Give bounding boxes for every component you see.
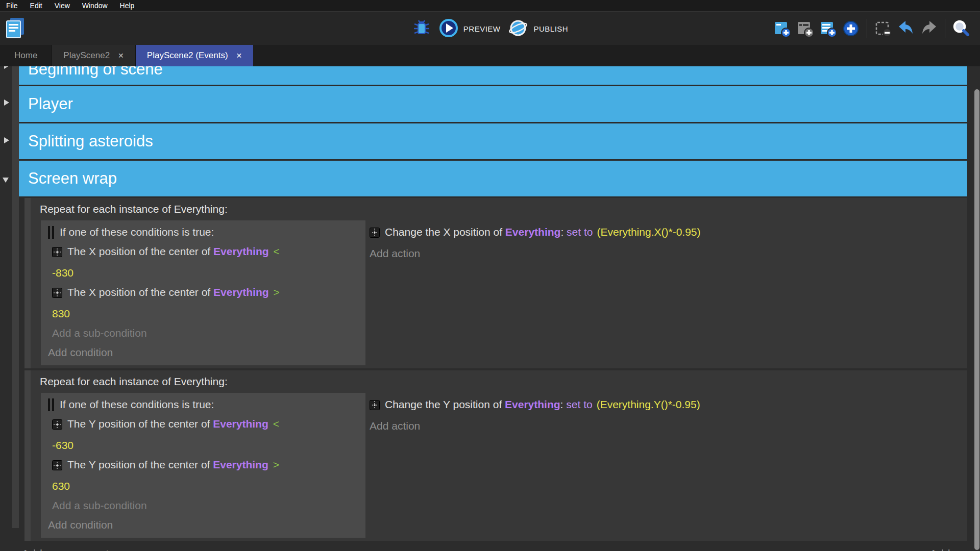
- action-row[interactable]: Change the X position of Everything: set…: [370, 222, 967, 244]
- publish-globe-icon: [507, 17, 529, 40]
- actions-column: Change the X position of Everything: set…: [365, 218, 967, 263]
- group-title: Screen wrap: [28, 169, 117, 187]
- add-action-link[interactable]: Add action: [370, 244, 967, 263]
- operator: <: [273, 418, 279, 430]
- preview-play-icon: [438, 18, 459, 40]
- action-expression: (Everything.X()*-0.95): [597, 226, 700, 238]
- condition-row[interactable]: The X position of the center of Everythi…: [48, 242, 361, 283]
- menu-edit[interactable]: Edit: [24, 0, 48, 11]
- menu-file[interactable]: File: [0, 0, 24, 11]
- redo-icon[interactable]: [919, 19, 939, 38]
- condition-row[interactable]: The X position of the center of Everythi…: [48, 283, 361, 323]
- menu-help[interactable]: Help: [114, 0, 141, 11]
- x-position-icon: [52, 244, 62, 263]
- preview-button[interactable]: PREVIEW: [438, 18, 501, 40]
- y-position-icon: [370, 397, 380, 416]
- operator: >: [274, 286, 280, 298]
- add-circle-icon[interactable]: [841, 19, 861, 38]
- action-separator: :: [560, 398, 567, 410]
- events-footer: Add a new event Add...: [19, 548, 967, 551]
- event-repeat-y[interactable]: Repeat for each instance of Everything: …: [24, 370, 967, 541]
- menu-view[interactable]: View: [48, 0, 76, 11]
- vertical-scrollbar[interactable]: [974, 89, 979, 550]
- y-position-icon: [52, 457, 62, 477]
- publish-button[interactable]: PUBLISH: [507, 17, 568, 40]
- group-header-beginning-of-scene[interactable]: Beginning of scene: [19, 66, 967, 85]
- x-position-icon: [52, 285, 62, 304]
- tab-home[interactable]: Home: [0, 45, 52, 66]
- add-subevent-icon[interactable]: [818, 19, 838, 38]
- action-text: Change the Y position of: [385, 398, 505, 410]
- action-operator: set to: [567, 226, 593, 238]
- preview-label: PREVIEW: [463, 24, 501, 33]
- add-condition-link[interactable]: Add condition: [48, 515, 361, 535]
- group-header-player[interactable]: Player: [19, 86, 967, 122]
- group-title: Splitting asteroids: [28, 132, 153, 150]
- condition-text: The Y position of the center of: [67, 418, 213, 430]
- toolbar-separator: [945, 19, 945, 38]
- screen-wrap-children: Repeat for each instance of Everything: …: [24, 198, 967, 541]
- or-condition-row[interactable]: If one of these conditions is true:: [48, 395, 361, 414]
- publish-label: PUBLISH: [533, 24, 568, 33]
- collapse-arrow-beginning[interactable]: [4, 66, 9, 69]
- object-name: Everything: [213, 459, 268, 470]
- object-name: Everything: [213, 418, 268, 430]
- conditions-panel: If one of these conditions is true:: [41, 393, 365, 538]
- or-icon: [48, 226, 54, 239]
- collapse-arrow-player[interactable]: [4, 99, 9, 106]
- condition-value: 830: [52, 304, 361, 323]
- group-header-screen-wrap[interactable]: Screen wrap: [19, 161, 967, 196]
- events-content: Beginning of scene Player Splitting aste…: [19, 66, 967, 551]
- add-condition-link[interactable]: Add condition: [48, 343, 361, 362]
- add-sub-condition-link[interactable]: Add a sub-condition: [48, 323, 361, 343]
- search-icon[interactable]: [951, 19, 971, 38]
- add-sub-condition-link[interactable]: Add a sub-condition: [48, 496, 361, 515]
- add-comment-icon[interactable]: [795, 19, 815, 38]
- menu-window[interactable]: Window: [76, 0, 114, 11]
- event-repeat-x[interactable]: Repeat for each instance of Everything: …: [24, 198, 967, 368]
- main-toolbar: PREVIEW PUBLISH: [0, 11, 980, 45]
- or-icon: [48, 398, 54, 411]
- debugger-icon[interactable]: [412, 19, 431, 38]
- repeat-label[interactable]: Repeat for each instance of Everything:: [31, 370, 967, 390]
- group-title: Player: [28, 95, 73, 113]
- object-name: Everything: [505, 226, 561, 238]
- tab-bar: Home PlayScene2 ✕ PlayScene2 (Events) ✕: [0, 45, 980, 66]
- tab-playscene2-events[interactable]: PlayScene2 (Events) ✕: [136, 45, 253, 66]
- operator: >: [273, 459, 279, 470]
- events-sheet: Beginning of scene Player Splitting aste…: [0, 66, 980, 551]
- operator: <: [274, 245, 280, 257]
- conditions-panel: If one of these conditions is true:: [41, 220, 365, 365]
- condition-value: -630: [52, 436, 361, 455]
- group-header-splitting-asteroids[interactable]: Splitting asteroids: [19, 123, 967, 159]
- close-icon[interactable]: ✕: [236, 52, 242, 60]
- y-position-icon: [52, 416, 62, 436]
- action-row[interactable]: Change the Y position of Everything: set…: [370, 395, 967, 416]
- toolbar-separator: [867, 19, 867, 38]
- or-condition-row[interactable]: If one of these conditions is true:: [48, 222, 361, 242]
- undo-icon[interactable]: [896, 19, 916, 38]
- condition-row[interactable]: The Y position of the center of Everythi…: [48, 414, 361, 455]
- condition-row[interactable]: The Y position of the center of Everythi…: [48, 455, 361, 496]
- tab-playscene2[interactable]: PlayScene2 ✕: [52, 45, 135, 66]
- close-icon[interactable]: ✕: [118, 52, 124, 60]
- add-more-link[interactable]: Add...: [929, 548, 960, 551]
- left-rail: [12, 66, 19, 528]
- collapse-arrow-splitting[interactable]: [4, 137, 9, 143]
- action-expression: (Everything.Y()*-0.95): [597, 398, 700, 410]
- add-event-icon[interactable]: [772, 19, 792, 38]
- condition-value: -830: [52, 263, 361, 283]
- add-action-link[interactable]: Add action: [370, 416, 967, 436]
- tab-label: Home: [14, 51, 37, 61]
- remove-selection-icon[interactable]: [873, 19, 893, 38]
- object-name: Everything: [213, 245, 269, 257]
- tab-label: PlayScene2 (Events): [147, 51, 228, 61]
- toolbar-right-group: [772, 12, 971, 45]
- action-separator: :: [560, 226, 567, 238]
- condition-text: The Y position of the center of: [67, 459, 213, 470]
- add-new-event-link[interactable]: Add a new event: [21, 548, 109, 551]
- collapse-arrow-rail: [0, 66, 12, 551]
- action-text: Change the X position of: [385, 226, 505, 238]
- expand-arrow-screenwrap[interactable]: [3, 178, 9, 183]
- repeat-label[interactable]: Repeat for each instance of Everything:: [31, 198, 967, 218]
